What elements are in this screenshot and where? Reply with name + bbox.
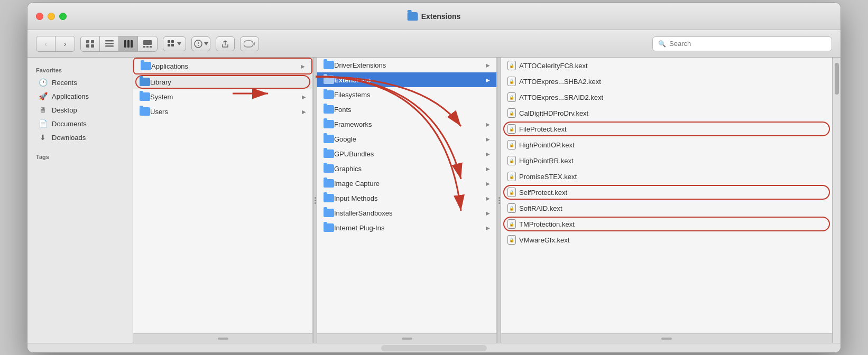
- col2-google[interactable]: Google ▶: [317, 132, 496, 146]
- action-button[interactable]: [191, 36, 210, 51]
- tags-label: Tags: [27, 151, 133, 162]
- col2-internetplugins-label: Internet Plug-Ins: [334, 224, 384, 232]
- col1-applications-label: Applications: [151, 62, 188, 70]
- col2-divider[interactable]: [497, 58, 501, 343]
- svg-rect-1: [91, 40, 94, 43]
- col3-highpointrr-label: HighPointRR.kext: [519, 157, 574, 165]
- kext-icon-attoexpresssraid2: [507, 92, 516, 102]
- title-folder-icon: [408, 12, 418, 21]
- col1-users[interactable]: Users ▶: [133, 104, 312, 119]
- sidebar-item-recents[interactable]: 🕐 Recents: [30, 76, 131, 89]
- folder-icon-library: [140, 78, 150, 86]
- search-input[interactable]: [669, 40, 826, 48]
- col2-inputmethods[interactable]: Input Methods ▶: [317, 191, 496, 205]
- svg-rect-8: [127, 40, 130, 48]
- window-title: Extensions: [421, 12, 461, 21]
- folder-icon-system: [140, 92, 150, 101]
- folder-icon-gpubundles: [324, 150, 334, 158]
- col2-google-chevron: ▶: [486, 136, 490, 142]
- sidebar-item-desktop[interactable]: 🖥 Desktop: [30, 103, 131, 117]
- svg-rect-4: [105, 40, 114, 42]
- nav-buttons: ‹ ›: [36, 36, 75, 52]
- col2-installersandboxes-label: InstallerSandboxes: [334, 209, 393, 217]
- col2-extensions-chevron: ▶: [486, 77, 490, 83]
- kext-icon-attocelerityfc8: [507, 61, 516, 70]
- col2-installersandboxes[interactable]: InstallerSandboxes ▶: [317, 205, 496, 220]
- col2-frameworks[interactable]: Frameworks ▶: [317, 117, 496, 132]
- kext-icon-fileprotect: [507, 124, 516, 134]
- documents-icon: 📄: [38, 119, 48, 128]
- columns-container: Applications ▶ Library System ▶ Users: [133, 58, 841, 343]
- col3-highpointrr[interactable]: HighPointRR.kext: [501, 153, 832, 169]
- col2-internetplugins-chevron: ▶: [486, 225, 490, 231]
- col3-attoexpresssraid2-label: ATTOExpres...SRAID2.kext: [519, 94, 603, 101]
- col2-graphics-label: Graphics: [334, 165, 362, 173]
- share-button[interactable]: [216, 36, 235, 51]
- col1-resize-handle[interactable]: [133, 333, 312, 343]
- col2-driverextensions[interactable]: DriverExtensions ▶: [317, 58, 496, 72]
- svg-rect-14: [168, 40, 170, 43]
- kext-icon-softraid: [507, 203, 516, 213]
- sidebar-item-downloads-label: Downloads: [52, 134, 86, 142]
- col2-driver-chevron: ▶: [486, 62, 490, 68]
- col2-internetplugins[interactable]: Internet Plug-Ins ▶: [317, 220, 496, 235]
- col3-promisestex[interactable]: PromiseSTEX.kext: [501, 169, 832, 184]
- col3-resize-handle[interactable]: [501, 333, 832, 343]
- col2-filesystems[interactable]: Filesystems: [317, 87, 496, 102]
- folder-icon-imagecapture: [324, 179, 334, 188]
- col3-fileprotect[interactable]: FileProtect.kext: [501, 121, 832, 137]
- gallery-view-button[interactable]: [138, 36, 157, 51]
- svg-rect-0: [86, 40, 89, 43]
- col2-fonts[interactable]: Fonts: [317, 102, 496, 117]
- col2-resize-handle[interactable]: [317, 333, 496, 343]
- col3-softraid[interactable]: SoftRAID.kext: [501, 200, 832, 216]
- col1-applications-chevron: ▶: [301, 63, 305, 69]
- col2-fonts-label: Fonts: [334, 106, 352, 114]
- folder-icon-users: [140, 107, 150, 116]
- tag-button[interactable]: [240, 36, 259, 51]
- minimize-button[interactable]: [48, 13, 55, 20]
- col2-graphics[interactable]: Graphics ▶: [317, 161, 496, 176]
- list-view-button[interactable]: [100, 36, 119, 51]
- kext-icon-selfprotect: [507, 188, 516, 197]
- sidebar-item-documents-label: Documents: [52, 120, 87, 128]
- maximize-button[interactable]: [59, 13, 67, 20]
- vertical-scrollbar[interactable]: [833, 58, 841, 343]
- sidebar-item-downloads[interactable]: ⬇ Downloads: [30, 130, 131, 144]
- icon-view-button[interactable]: [81, 36, 100, 51]
- col3-attoexpresshba2[interactable]: ATTOExpres...SHBA2.kext: [501, 73, 832, 89]
- col2-imagecapture[interactable]: Image Capture ▶: [317, 176, 496, 191]
- sidebar-item-applications[interactable]: 🚀 Applications: [30, 89, 131, 103]
- column-2: DriverExtensions ▶ Extensions ▶ Filesyst…: [317, 58, 497, 343]
- col3-attocelerityfc8[interactable]: ATTOCelerityFC8.kext: [501, 58, 832, 73]
- close-button[interactable]: [36, 13, 43, 20]
- col3-promisestex-label: PromiseSTEX.kext: [519, 173, 577, 181]
- arrange-button[interactable]: [163, 36, 186, 51]
- col3-attoexpresssraid2[interactable]: ATTOExpres...SRAID2.kext: [501, 89, 832, 105]
- search-box[interactable]: 🔍: [652, 36, 832, 51]
- kext-icon-vmwaregfx: [507, 235, 516, 245]
- back-button[interactable]: ‹: [36, 36, 56, 51]
- sidebar-item-desktop-label: Desktop: [52, 106, 77, 114]
- view-buttons: [80, 36, 158, 52]
- col2-gpubundles[interactable]: GPUBundles ▶: [317, 146, 496, 161]
- horizontal-scrollbar[interactable]: [381, 345, 487, 351]
- col2-extensions[interactable]: Extensions ▶: [317, 72, 496, 87]
- col1-divider[interactable]: [313, 58, 317, 343]
- column-view-button[interactable]: [119, 36, 138, 51]
- col3-softraid-label: SoftRAID.kext: [519, 204, 562, 212]
- col1-applications[interactable]: Applications ▶: [133, 58, 312, 74]
- folder-icon-filesystems: [324, 90, 334, 99]
- applications-icon: 🚀: [38, 92, 48, 100]
- col3-caldigithdprodrv[interactable]: CalDigitHDProDrv.kext: [501, 105, 832, 121]
- col3-tmprotection[interactable]: TMProtection.kext: [501, 216, 832, 232]
- col3-highpointiop[interactable]: HighPointIOP.kext: [501, 137, 832, 153]
- col3-selfprotect[interactable]: SelfProtect.kext: [501, 184, 832, 200]
- col1-library[interactable]: Library: [133, 74, 312, 89]
- col3-vmwaregfx[interactable]: VMwareGfx.kext: [501, 232, 832, 248]
- col1-system[interactable]: System ▶: [133, 89, 312, 104]
- forward-button[interactable]: ›: [56, 36, 75, 51]
- content-area: Favorites 🕐 Recents 🚀 Applications 🖥 Des…: [27, 58, 841, 343]
- sidebar-item-documents[interactable]: 📄 Documents: [30, 117, 131, 130]
- column-1: Applications ▶ Library System ▶ Users: [133, 58, 313, 343]
